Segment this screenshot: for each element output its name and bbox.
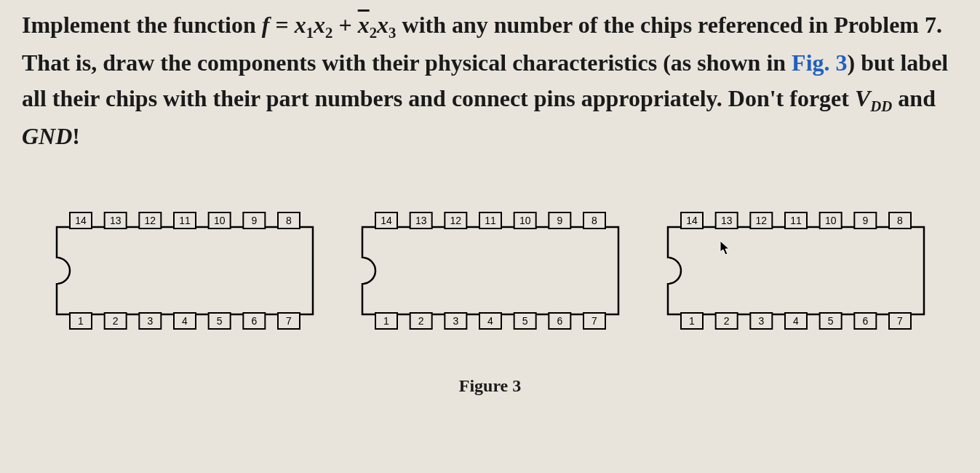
chips-row: 1413121110981234567141312111098123456714… bbox=[22, 205, 958, 336]
gnd: GND bbox=[22, 123, 72, 149]
pin-label: 7 bbox=[897, 315, 903, 327]
pin-label: 6 bbox=[251, 315, 257, 327]
pin-label: 3 bbox=[147, 315, 153, 327]
pin-label: 10 bbox=[519, 215, 530, 226]
pin-label: 14 bbox=[686, 215, 698, 226]
pin-label: 1 bbox=[689, 315, 695, 327]
dip-chip: 1413121110981234567 bbox=[658, 205, 934, 336]
pin-label: 8 bbox=[591, 215, 597, 226]
var-x2bar: x2 bbox=[358, 12, 377, 38]
pin-label: 6 bbox=[862, 315, 868, 327]
and: and bbox=[898, 85, 936, 111]
pin-label: 11 bbox=[790, 215, 802, 226]
pin-label: 13 bbox=[720, 215, 732, 226]
var-x1: x1 bbox=[295, 12, 314, 38]
pin-label: 14 bbox=[381, 215, 392, 226]
pin-label: 12 bbox=[144, 215, 156, 226]
svg-rect-0 bbox=[57, 227, 313, 314]
plus: + bbox=[338, 12, 357, 38]
pin-label: 1 bbox=[78, 315, 84, 327]
var-x3: x3 bbox=[377, 12, 396, 38]
pin-label: 12 bbox=[450, 215, 461, 226]
problem-statement: Implement the function f = x1x2 + x2x3 w… bbox=[22, 7, 958, 154]
figure-reference: Fig. 3 bbox=[792, 49, 847, 76]
svg-rect-4 bbox=[668, 227, 924, 314]
pin-label: 9 bbox=[251, 215, 257, 226]
pin-label: 11 bbox=[485, 215, 496, 226]
pin-label: 3 bbox=[758, 315, 764, 327]
pin-label: 7 bbox=[591, 315, 597, 327]
pin-label: 2 bbox=[723, 315, 729, 327]
dip-chip: 1413121110981234567 bbox=[352, 205, 629, 336]
excl: ! bbox=[72, 123, 80, 149]
equals: = bbox=[275, 12, 294, 38]
pin-label: 5 bbox=[216, 315, 222, 327]
pin-label: 7 bbox=[286, 315, 292, 327]
dip-chip: 1413121110981234567 bbox=[47, 205, 323, 336]
pin-label: 11 bbox=[179, 215, 191, 226]
pin-label: 13 bbox=[109, 215, 121, 226]
figure-caption: Figure 3 bbox=[22, 376, 958, 396]
pin-label: 10 bbox=[213, 215, 225, 226]
pin-label: 4 bbox=[182, 315, 188, 327]
var-x2: x2 bbox=[314, 12, 332, 38]
pin-label: 4 bbox=[793, 315, 799, 327]
pin-label: 13 bbox=[415, 215, 426, 226]
pin-label: 10 bbox=[824, 215, 836, 226]
svg-rect-2 bbox=[362, 227, 618, 314]
pin-label: 3 bbox=[453, 315, 458, 327]
pin-label: 4 bbox=[487, 315, 493, 327]
text: Implement the function bbox=[22, 12, 262, 38]
vdd: VDD bbox=[855, 85, 892, 111]
pin-label: 12 bbox=[755, 215, 767, 226]
pin-label: 9 bbox=[557, 215, 562, 226]
pin-label: 14 bbox=[75, 215, 87, 226]
pin-label: 1 bbox=[383, 315, 389, 327]
pin-label: 9 bbox=[862, 215, 868, 226]
pin-label: 8 bbox=[286, 215, 292, 226]
pin-label: 5 bbox=[827, 315, 833, 327]
pin-label: 5 bbox=[522, 315, 527, 327]
pin-label: 2 bbox=[112, 315, 118, 327]
var-f: f bbox=[262, 12, 270, 38]
pin-label: 6 bbox=[557, 315, 562, 327]
pin-label: 8 bbox=[897, 215, 903, 226]
pin-label: 2 bbox=[418, 315, 423, 327]
